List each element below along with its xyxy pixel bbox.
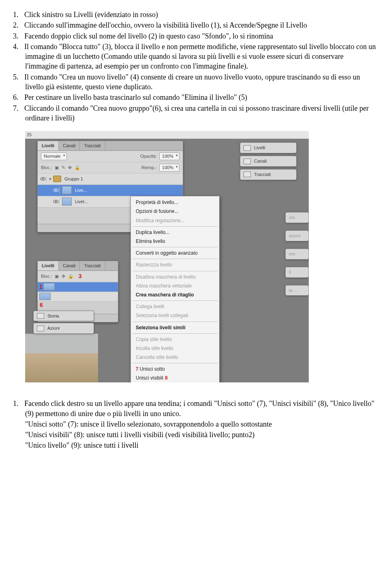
pill-storia[interactable]: Storia bbox=[33, 311, 94, 322]
instruction-list-bottom: Facendo click destro su un livello appar… bbox=[13, 399, 376, 418]
list-item: Cliccando sull'immagine dell'occhio, ovv… bbox=[13, 20, 376, 30]
actions-icon bbox=[37, 326, 44, 331]
lock-icons[interactable]: ▣ ✎ ✥ 🔒 bbox=[55, 165, 81, 171]
pill-cut[interactable]: ere bbox=[285, 249, 309, 260]
pill-cut[interactable]: oni bbox=[285, 212, 309, 223]
lock-icons[interactable]: ▣ ✥ 🔒 bbox=[55, 273, 75, 279]
context-menu-item[interactable]: Duplica livello... bbox=[131, 228, 219, 237]
fill-value[interactable]: 100% bbox=[159, 164, 180, 172]
layer-thumbnail bbox=[62, 197, 72, 206]
menu-item-label: Copia stile livello bbox=[136, 337, 172, 342]
chevron-down-icon[interactable]: ▾ bbox=[49, 176, 51, 182]
pill-label: Canali bbox=[254, 158, 267, 164]
context-menu-item[interactable]: Elimina livello bbox=[131, 237, 219, 246]
context-menu-item[interactable]: 7Unisci sotto bbox=[131, 365, 219, 373]
opacity-value[interactable]: 100% bbox=[159, 152, 180, 160]
pill-label: te ... bbox=[289, 288, 297, 294]
pill-cut[interactable]: te ... bbox=[285, 285, 309, 296]
tab-livelli[interactable]: Livelli bbox=[38, 261, 59, 270]
menu-divider bbox=[133, 259, 218, 259]
menu-item-label: Crea maschera di ritaglio bbox=[136, 292, 194, 298]
menu-divider bbox=[133, 226, 218, 227]
side-pill-group: Livelli Canali Tracciati bbox=[240, 142, 297, 180]
layer-selected[interactable]: Live... bbox=[38, 185, 183, 196]
menu-divider bbox=[133, 271, 218, 271]
list-continuation: "Unisci visibili" (8): unisce tutti i li… bbox=[13, 430, 376, 440]
context-menu-item[interactable]: Unisci visibili8 bbox=[131, 373, 219, 382]
context-menu-item[interactable]: Opzioni di fusione... bbox=[131, 207, 219, 216]
pill-cut[interactable]: azioni bbox=[285, 230, 309, 241]
fill-label: Riemp.: bbox=[141, 165, 157, 171]
list-item: Cliccando il comando "Crea nuovo gruppo"… bbox=[13, 103, 376, 123]
context-menu-item[interactable]: Crea maschera di ritaglio bbox=[131, 290, 219, 299]
pill-label: azioni bbox=[289, 233, 301, 239]
layer-context-menu: Proprietà di livello...Opzioni di fusion… bbox=[130, 196, 220, 382]
pill-livelli[interactable]: Livelli bbox=[240, 142, 297, 153]
pill-cut[interactable]: li bbox=[285, 267, 309, 278]
menu-divider bbox=[133, 300, 218, 301]
layer-thumbnail bbox=[43, 283, 55, 290]
menu-item-label: Converti in oggetto avanzato bbox=[136, 250, 198, 256]
menu-item-label: Attiva maschera vettoriale bbox=[136, 283, 192, 289]
tab-tracciati[interactable]: Tracciati bbox=[80, 141, 105, 150]
menu-item-label: Cancella stile livello bbox=[136, 354, 178, 360]
list-item: Facendo doppio click sul nome del livell… bbox=[13, 31, 376, 41]
pill-label: Livelli bbox=[254, 145, 265, 151]
svg-point-5 bbox=[55, 201, 57, 203]
layer-thumbnail bbox=[62, 186, 72, 194]
instruction-list-top: Click sinistro su Livelli (evidenziato i… bbox=[13, 10, 376, 123]
menu-item-label: Opzioni di fusione... bbox=[136, 208, 178, 214]
layers-icon bbox=[244, 145, 251, 151]
menu-divider bbox=[133, 363, 218, 363]
context-menu-item[interactable]: Proprietà di livello... bbox=[131, 198, 219, 207]
bottom-pill-group: Storia Azioni bbox=[33, 311, 94, 334]
pill-label: oni bbox=[289, 215, 295, 221]
folder-icon bbox=[53, 176, 61, 182]
context-menu-item[interactable]: Converti in oggetto avanzato bbox=[131, 249, 219, 258]
menu-divider bbox=[133, 247, 218, 247]
context-menu-item[interactable]: Seleziona livelli simili bbox=[131, 323, 219, 332]
pill-canali[interactable]: Canali bbox=[240, 156, 297, 167]
menu-item-label: Modifica regolazione... bbox=[136, 218, 184, 223]
context-menu-item: Attiva maschera vettoriale bbox=[131, 281, 219, 290]
menu-divider bbox=[133, 322, 218, 322]
blend-opacity-row: Normale Opacità: 100% bbox=[38, 151, 183, 162]
menu-item-label: Seleziona livelli collegati bbox=[136, 313, 188, 318]
pill-label: Azioni bbox=[47, 325, 60, 331]
callout-1: 1 bbox=[39, 283, 43, 291]
callout-number: 8 bbox=[165, 375, 168, 381]
mini-lock-row: Bloc.: ▣ ✥ 🔒 3 bbox=[38, 271, 118, 282]
pill-tracciati[interactable]: Tracciati bbox=[240, 169, 297, 180]
eye-icon[interactable] bbox=[52, 187, 60, 194]
lock-label: Bloc.: bbox=[41, 273, 52, 279]
blend-mode-select[interactable]: Normale bbox=[41, 152, 67, 160]
menu-item-label: Incolla stile livello bbox=[136, 346, 173, 351]
mini-layer-row[interactable] bbox=[38, 292, 118, 302]
context-menu-item: Rasterizza livello bbox=[131, 260, 219, 269]
ruler-mark: 25 bbox=[27, 132, 32, 138]
channels-icon bbox=[244, 159, 251, 164]
menu-item-label: Seleziona livelli simili bbox=[136, 325, 186, 330]
list-item: Facendo click destro su un livello appar… bbox=[13, 399, 376, 418]
svg-point-3 bbox=[55, 190, 57, 191]
tab-tracciati[interactable]: Tracciati bbox=[80, 261, 105, 270]
context-menu-item: Cancella stile livello bbox=[131, 353, 219, 362]
pill-label: li bbox=[289, 269, 291, 275]
list-item: Per cestinare un livello basta trascinar… bbox=[13, 92, 376, 102]
cutoff-pill-column: oni azioni ere li te ... bbox=[285, 212, 309, 296]
list-item: Click sinistro su Livelli (evidenziato i… bbox=[13, 10, 376, 19]
menu-item-label: Rasterizza livello bbox=[136, 262, 172, 268]
eye-icon[interactable] bbox=[52, 198, 60, 205]
layer-group[interactable]: ▾ Gruppo 1 bbox=[38, 174, 183, 185]
mini-layer-selected[interactable]: 1 bbox=[38, 282, 118, 292]
tab-canali[interactable]: Canali bbox=[59, 141, 80, 150]
tab-canali[interactable]: Canali bbox=[59, 261, 80, 270]
layer-name: Live... bbox=[75, 187, 87, 193]
menu-item-label: Collega livelli bbox=[136, 304, 164, 309]
pill-label: ere bbox=[289, 251, 295, 257]
list-item: Il comando "Crea un nuovo livello" (4) c… bbox=[13, 72, 376, 92]
pill-azioni[interactable]: Azioni bbox=[33, 323, 94, 334]
menu-item-label: Disattiva maschera di livello bbox=[136, 274, 196, 280]
eye-icon[interactable] bbox=[39, 175, 47, 182]
tab-livelli[interactable]: Livelli bbox=[38, 141, 59, 150]
